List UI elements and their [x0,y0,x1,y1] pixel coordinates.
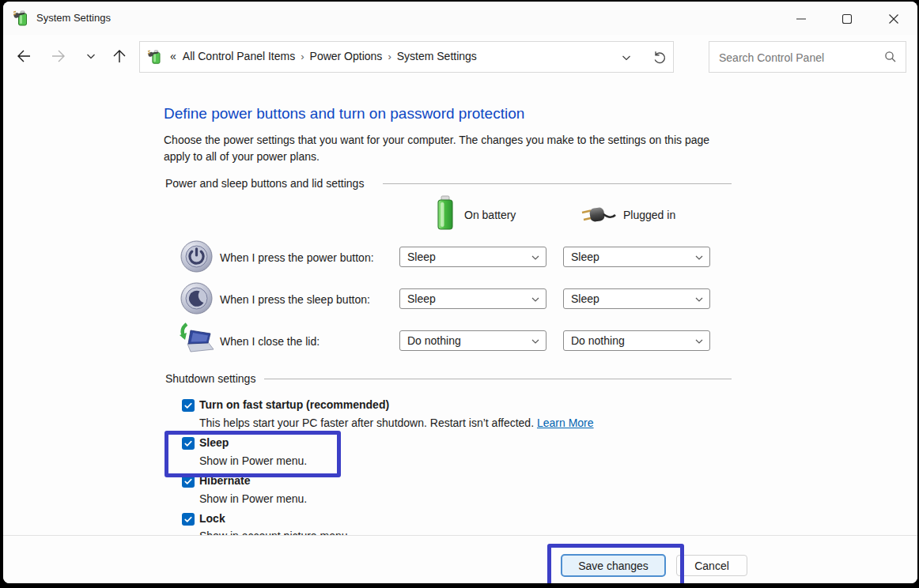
power-section-heading: Power and sleep buttons and lid settings [165,177,364,190]
power-options-app-icon [13,9,32,31]
checkbox-lock[interactable] [182,513,195,526]
chevron-down-icon [531,337,540,346]
checkbox-hibernate[interactable] [182,475,195,488]
close-icon [888,13,899,24]
up-button[interactable] [109,46,130,66]
close-button[interactable] [883,10,905,28]
breadcrumb-power-icon [147,48,165,69]
breadcrumb-item-all-control-panel-items[interactable]: All Control Panel Items [183,50,295,62]
save-changes-button[interactable]: Save changes [561,554,666,577]
select-power-button-on-battery[interactable]: Sleep [399,247,546,267]
titlebar: System Settings [3,2,917,35]
checkmark-icon [183,401,193,410]
chevron-down-icon [694,253,704,262]
select-value: Sleep [407,251,436,263]
option-label-hibernate[interactable]: Hibernate [199,474,251,487]
footer-bar: Save changes Cancel [3,535,917,583]
refresh-button[interactable] [652,50,668,68]
maximize-icon [841,13,853,24]
column-header-plugged-in: Plugged in [623,209,675,221]
option-label-sleep[interactable]: Sleep [199,436,229,449]
chevron-down-icon [621,52,632,63]
select-close-lid-on-battery[interactable]: Do nothing [399,330,546,351]
select-power-button-plugged-in[interactable]: Sleep [563,247,710,267]
option-label-lock[interactable]: Lock [199,512,225,525]
forward-button[interactable] [48,46,69,66]
chevron-down-icon [85,51,96,62]
search-icon[interactable] [884,51,897,66]
history-dropdown-button[interactable] [81,46,101,66]
breadcrumb-prefix: « [170,50,176,62]
forward-icon [50,47,67,65]
chevron-down-icon [694,295,704,304]
select-sleep-button-on-battery[interactable]: Sleep [399,288,546,309]
search-box [709,41,906,73]
row-label-close-lid: When I close the lid: [220,335,320,348]
battery-icon [434,194,456,235]
breadcrumb-item-system-settings[interactable]: System Settings [397,50,477,62]
power-button-icon [180,240,213,276]
select-close-lid-plugged-in[interactable]: Do nothing [563,330,710,351]
page-title: Define power buttons and turn on passwor… [164,105,524,122]
chevron-down-icon [531,253,540,262]
address-bar[interactable]: « All Control Panel Items › Power Option… [139,41,674,73]
window-title: System Settings [36,12,111,24]
breadcrumb-separator[interactable]: › [295,51,309,62]
checkmark-icon [183,477,193,486]
page-description: Choose the power settings that you want … [164,132,722,165]
row-label-sleep-button: When I press the sleep button: [220,293,370,306]
checkbox-sleep[interactable] [182,437,195,450]
sleep-button-icon [180,282,213,318]
select-value: Do nothing [407,334,461,347]
plug-icon [580,204,618,231]
section-rule [264,379,732,379]
chevron-down-icon [531,295,540,304]
option-description-hibernate: Show in Power menu. [199,492,307,505]
cancel-button[interactable]: Cancel [676,555,747,576]
breadcrumb: « All Control Panel Items › Power Option… [170,50,477,62]
back-button[interactable] [13,46,34,66]
checkmark-icon [183,439,193,448]
save-changes-label: Save changes [578,560,649,572]
learn-more-link[interactable]: Learn More [537,416,594,429]
lid-close-icon [176,322,214,359]
select-sleep-button-plugged-in[interactable]: Sleep [563,288,710,309]
section-rule [383,183,732,184]
checkbox-fast-startup[interactable] [182,399,195,412]
option-label-fast-startup[interactable]: Turn on fast startup (recommended) [199,398,389,411]
system-settings-window: System Settings [3,2,917,583]
select-value: Sleep [571,292,599,305]
option-description-sleep: Show in Power menu. [199,454,307,467]
refresh-icon [652,50,668,65]
select-value: Do nothing [571,334,625,347]
select-value: Sleep [571,251,599,263]
breadcrumb-separator[interactable]: › [382,51,396,62]
column-header-on-battery: On battery [464,209,516,221]
minimize-button[interactable] [790,10,812,28]
select-value: Sleep [407,292,436,305]
minimize-icon [796,13,807,24]
cancel-label: Cancel [694,560,729,572]
up-arrow-icon [111,47,128,65]
back-icon [15,47,32,65]
shutdown-section-heading: Shutdown settings [165,372,255,385]
chevron-down-icon [694,337,704,346]
breadcrumb-item-power-options[interactable]: Power Options [310,50,383,62]
option-description-fast-startup: This helps start your PC faster after sh… [199,416,594,429]
checkmark-icon [183,514,193,524]
row-label-power-button: When I press the power button: [220,251,374,264]
search-input[interactable] [717,42,883,74]
maximize-button[interactable] [836,10,858,28]
address-dropdown-button[interactable] [621,52,632,66]
